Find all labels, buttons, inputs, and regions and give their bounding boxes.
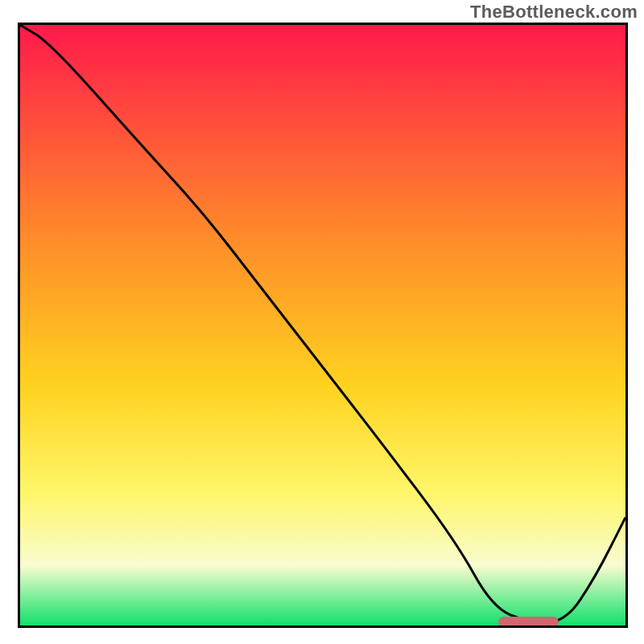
optimal-range-marker — [498, 617, 559, 628]
bottleneck-curve — [20, 25, 625, 622]
chart-stage: TheBottleneck.com — [0, 0, 644, 644]
plot-area — [18, 23, 628, 628]
curve-layer — [20, 25, 625, 625]
watermark-text: TheBottleneck.com — [470, 2, 638, 23]
